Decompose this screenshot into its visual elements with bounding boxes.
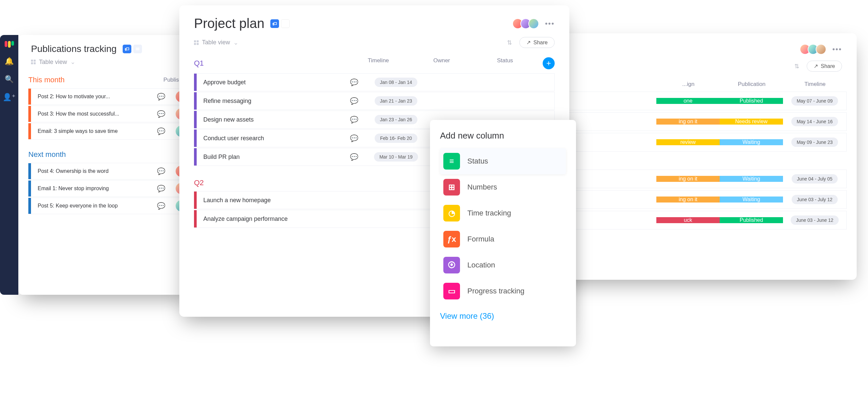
member-avatars[interactable] — [802, 44, 826, 55]
integration-icon[interactable]: 🏷 — [123, 45, 131, 53]
timeline-pill[interactable]: Jan 08 - Jan 14 — [375, 78, 418, 87]
timeline-pill[interactable]: Feb 16- Feb 20 — [375, 134, 417, 143]
group-name[interactable]: Q2 — [194, 178, 204, 187]
item-name: Design new assets — [197, 116, 344, 123]
status-cell[interactable]: ing on it — [656, 197, 720, 203]
item-name: Post 4: Ownership is the word — [31, 168, 151, 174]
view-more-link[interactable]: View more (36) — [440, 311, 566, 321]
column-type-option[interactable]: ◔Time tracking — [440, 200, 566, 226]
status-cell[interactable]: Waiting — [720, 176, 783, 182]
group-name[interactable]: This month — [28, 76, 65, 84]
chat-icon[interactable]: 💬 — [344, 97, 364, 105]
item-name: Approve budget — [197, 79, 344, 86]
chat-icon[interactable]: 💬 — [151, 127, 171, 135]
table-row[interactable]: Post 3: How the most successful...💬 — [28, 106, 192, 122]
column-header: ...ign — [657, 81, 720, 88]
status-cell[interactable]: Published — [720, 217, 783, 223]
chat-icon[interactable]: 💬 — [344, 78, 364, 86]
table-row[interactable]: Email: 3 simple ways to save time💬 — [28, 123, 192, 140]
status-cell[interactable]: Waiting — [720, 139, 783, 145]
column-type-icon: ≡ — [443, 153, 460, 170]
chat-icon[interactable]: 💬 — [151, 202, 171, 210]
column-type-option[interactable]: ƒxFormula — [440, 226, 566, 252]
timeline-pill[interactable]: Jan 23 - Jan 26 — [375, 115, 418, 124]
column-type-option[interactable]: ≡Status — [440, 148, 566, 174]
share-icon: ↗ — [526, 39, 531, 46]
item-name: Email: 3 simple ways to save time — [31, 128, 151, 134]
bell-icon[interactable]: 🔔 — [5, 57, 14, 66]
mail-icon[interactable]: ✉ — [133, 45, 142, 53]
status-cell[interactable]: Needs review — [720, 118, 783, 125]
table-row[interactable]: Email 1: Never stop improving💬 — [28, 180, 192, 197]
timeline-pill[interactable]: May 07 - June 09 — [791, 96, 838, 106]
table-row[interactable]: Approve budget💬Jan 08 - Jan 14 — [194, 73, 555, 91]
column-type-option[interactable]: ⦿Location — [440, 252, 566, 278]
timeline-pill[interactable]: June 04 - July 05 — [792, 174, 838, 183]
group-name[interactable]: Q1 — [194, 59, 204, 68]
group-name[interactable]: Next month — [28, 150, 66, 159]
add-user-icon[interactable]: 👤⁺ — [3, 93, 16, 102]
column-header: Status — [473, 57, 537, 69]
add-column-button[interactable]: + — [542, 57, 555, 69]
status-cell[interactable]: Waiting — [720, 197, 783, 203]
search-icon[interactable]: 🔍 — [5, 75, 14, 83]
item-name: Email 1: Never stop improving — [31, 185, 151, 191]
member-avatars[interactable] — [515, 18, 539, 29]
status-cell[interactable]: Published — [720, 98, 783, 104]
table-row[interactable]: Post 4: Ownership is the word💬 — [28, 163, 192, 179]
status-cell[interactable]: ing on it — [656, 118, 720, 125]
logo-icon — [5, 41, 14, 48]
status-cell[interactable]: uck — [656, 217, 720, 223]
share-button[interactable]: ↗ Share — [519, 37, 555, 48]
board-publications: Publications tracking 🏷 ✉ Table view ⌄ T… — [18, 35, 192, 295]
item-name: Conduct user research — [197, 135, 344, 142]
column-type-label: Formula — [467, 235, 494, 243]
item-name: Build PR plan — [197, 153, 344, 161]
chat-icon[interactable]: 💬 — [151, 184, 171, 193]
timeline-pill[interactable]: May 09 - June 23 — [791, 138, 838, 147]
column-type-icon: ▭ — [443, 283, 460, 300]
column-type-label: Status — [467, 157, 488, 166]
table-row[interactable]: Refine messaging💬Jan 21 - Jan 23 — [194, 92, 555, 110]
table-row[interactable]: Post 2: How to motivate your...💬 — [28, 88, 192, 105]
chat-icon[interactable]: 💬 — [151, 167, 171, 175]
board-title-text: Publications tracking — [31, 44, 117, 54]
column-type-icon: ƒx — [443, 231, 460, 247]
column-type-label: Time tracking — [467, 209, 511, 217]
item-name: Refine messaging — [197, 98, 344, 105]
chat-icon[interactable]: 💬 — [344, 153, 364, 161]
timeline-pill[interactable]: Mar 10 - Mar 19 — [374, 152, 418, 162]
chat-icon[interactable]: 💬 — [344, 134, 364, 142]
chat-icon[interactable]: 💬 — [344, 115, 364, 124]
chevron-down-icon: ⌄ — [70, 58, 75, 66]
table-row[interactable]: Post 5: Keep everyone in the loop💬 — [28, 198, 192, 214]
share-label: Share — [821, 63, 835, 69]
column-type-icon: ⊞ — [443, 179, 460, 196]
status-cell[interactable]: review — [656, 139, 720, 145]
more-menu-icon[interactable]: ••• — [832, 45, 842, 54]
column-type-option[interactable]: ⊞Numbers — [440, 174, 566, 200]
board-title: Project plan 🏷 M — [194, 16, 290, 31]
gmail-icon[interactable]: M — [281, 19, 290, 28]
column-type-option[interactable]: ▭Progress tracking — [440, 278, 566, 304]
timeline-pill[interactable]: Jan 21 - Jan 23 — [375, 96, 418, 106]
filter-icon[interactable]: ⇅ — [507, 39, 512, 46]
share-button[interactable]: ↗ Share — [807, 61, 842, 72]
chat-icon[interactable]: 💬 — [151, 93, 171, 101]
chat-icon[interactable]: 💬 — [151, 110, 171, 118]
timeline-pill[interactable]: May 14 - June 16 — [791, 117, 838, 126]
column-header: Publication — [720, 81, 783, 88]
filter-icon[interactable]: ⇅ — [794, 63, 799, 70]
timeline-pill[interactable]: June 03 - July 12 — [792, 195, 838, 204]
share-label: Share — [533, 40, 548, 46]
integration-icon[interactable]: 🏷 — [270, 19, 279, 28]
status-cell[interactable]: one — [656, 98, 720, 104]
view-switcher[interactable]: Table view ⌄ — [194, 39, 238, 46]
timeline-pill[interactable]: June 03 - June 12 — [790, 215, 839, 225]
add-column-popup: Add new column ≡Status⊞Numbers◔Time trac… — [430, 120, 576, 346]
column-header: Owner — [410, 57, 473, 69]
view-switcher[interactable]: Table view ⌄ — [31, 58, 75, 66]
status-cell[interactable]: ing on it — [656, 176, 720, 182]
more-menu-icon[interactable]: ••• — [545, 19, 555, 28]
column-type-icon: ⦿ — [443, 257, 460, 273]
